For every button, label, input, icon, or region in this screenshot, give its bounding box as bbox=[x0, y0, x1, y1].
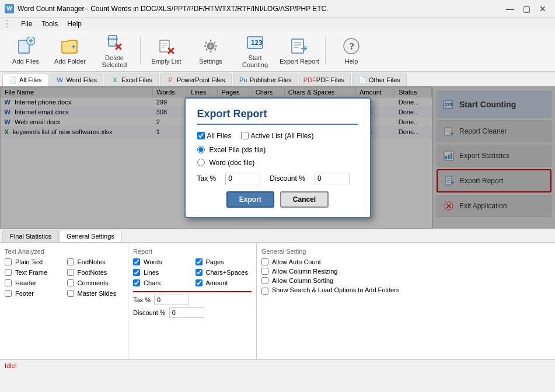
tab-word-files[interactable]: W Word Files bbox=[50, 74, 103, 86]
allow-auto-count-checkbox[interactable] bbox=[261, 258, 268, 265]
tab-other-files[interactable]: 📄 Other Files bbox=[352, 74, 407, 86]
tab-general-settings[interactable]: General Settings bbox=[59, 230, 122, 242]
menu-file[interactable]: File bbox=[16, 19, 37, 29]
modal-cancel-button[interactable]: Cancel bbox=[280, 191, 329, 208]
comments-label[interactable]: Comments bbox=[67, 279, 124, 286]
chars-report-label[interactable]: Chars bbox=[133, 279, 190, 286]
chars-report-checkbox[interactable] bbox=[133, 279, 140, 286]
general-setting-title: General Setting bbox=[261, 248, 550, 255]
show-search-checkbox[interactable] bbox=[261, 288, 268, 295]
word-label: Word (doc file) bbox=[210, 159, 255, 167]
add-files-label: Add Files bbox=[12, 58, 39, 65]
discount-input[interactable] bbox=[315, 173, 350, 184]
maximize-button[interactable]: ▢ bbox=[519, 3, 534, 15]
settings-button[interactable]: Settings bbox=[190, 32, 232, 69]
discount-panel-input[interactable] bbox=[169, 307, 204, 318]
export-report-toolbar-label: Export Report bbox=[280, 58, 319, 65]
tax-label: Tax % bbox=[197, 174, 217, 183]
export-report-modal: Export Report All Files Active List (All… bbox=[184, 97, 371, 218]
amount-report-label[interactable]: Amount bbox=[196, 279, 252, 286]
master-slides-checkbox[interactable] bbox=[67, 290, 74, 297]
excel-radio[interactable] bbox=[197, 146, 205, 153]
lines-report-label[interactable]: Lines bbox=[133, 269, 190, 276]
empty-list-label: Empty List bbox=[151, 58, 181, 65]
master-slides-label[interactable]: Master Slides bbox=[67, 290, 124, 297]
help-icon: ? bbox=[342, 37, 361, 55]
chars-spaces-report-checkbox[interactable] bbox=[196, 269, 203, 276]
tax-input[interactable] bbox=[225, 173, 260, 184]
footer-label[interactable]: Footer bbox=[5, 290, 61, 297]
chars-spaces-report-label[interactable]: Chars+Spaces bbox=[196, 269, 252, 276]
tab-all-files[interactable]: 📄 All Files bbox=[2, 74, 48, 86]
words-report-checkbox[interactable] bbox=[133, 258, 140, 265]
header-label[interactable]: Header bbox=[5, 279, 61, 286]
tab-other-files-label: Other Files bbox=[369, 76, 400, 83]
tab-powerpoint-files[interactable]: P PowerPoint Files bbox=[160, 74, 232, 86]
menu-tools[interactable]: Tools bbox=[37, 19, 62, 29]
allow-column-sorting-label[interactable]: Allow Column Sorting bbox=[261, 277, 550, 284]
plain-text-checkbox[interactable] bbox=[5, 258, 12, 265]
modal-checkbox-row: All Files Active List (All Files) bbox=[197, 132, 358, 140]
header-checkbox[interactable] bbox=[5, 279, 12, 286]
all-files-tab-icon: 📄 bbox=[9, 76, 17, 84]
tab-excel-files[interactable]: X Excel Files bbox=[104, 74, 159, 86]
footnotes-label[interactable]: FootNotes bbox=[67, 269, 124, 276]
show-search-label[interactable]: Show Search & Load Options to Add Folder… bbox=[261, 286, 550, 295]
tab-powerpoint-files-label: PowerPoint Files bbox=[177, 76, 225, 83]
active-list-label[interactable]: Active List (All Files) bbox=[241, 132, 314, 140]
all-files-label[interactable]: All Files bbox=[197, 132, 232, 140]
empty-list-button[interactable]: Empty List bbox=[145, 32, 187, 69]
delete-selected-button[interactable]: Delete Selected bbox=[93, 32, 135, 69]
word-radio[interactable] bbox=[197, 159, 205, 166]
tab-publisher-files[interactable]: Pu Publisher Files bbox=[233, 74, 298, 86]
help-label: Help bbox=[345, 58, 358, 65]
endnotes-label[interactable]: EndNotes bbox=[67, 258, 124, 265]
active-list-checkbox[interactable] bbox=[241, 132, 249, 139]
allow-column-resizing-label[interactable]: Allow Column Resizing bbox=[261, 268, 550, 275]
modal-export-button[interactable]: Export bbox=[226, 191, 274, 208]
footnotes-checkbox[interactable] bbox=[67, 269, 74, 276]
lines-report-checkbox[interactable] bbox=[133, 269, 140, 276]
tab-pdf-files[interactable]: PDF PDF Files bbox=[299, 74, 351, 86]
menu-dots: ⋮ bbox=[2, 18, 12, 29]
pages-report-label[interactable]: Pages bbox=[196, 258, 252, 265]
main-content: File Name Words Lines Pages Chars Chars … bbox=[0, 86, 555, 229]
add-files-button[interactable]: Add Files bbox=[5, 32, 47, 69]
modal-title: Export Report bbox=[197, 108, 358, 125]
text-frame-label[interactable]: Text Frame bbox=[5, 269, 61, 276]
allow-column-sorting-checkbox[interactable] bbox=[261, 277, 268, 284]
comments-checkbox[interactable] bbox=[67, 279, 74, 286]
status-bar: Idle! bbox=[0, 359, 555, 371]
pages-report-checkbox[interactable] bbox=[196, 258, 203, 265]
tab-all-files-label: All Files bbox=[19, 76, 42, 83]
all-files-checkbox[interactable] bbox=[197, 132, 205, 139]
help-button[interactable]: ? Help bbox=[330, 32, 372, 69]
modal-overlay: Export Report All Files Active List (All… bbox=[0, 86, 555, 229]
excel-radio-row: Excel File (xls file) bbox=[197, 146, 358, 154]
export-report-toolbar-button[interactable]: Export Report bbox=[278, 32, 320, 69]
tab-final-statistics[interactable]: Final Statistics bbox=[2, 230, 59, 242]
menu-help[interactable]: Help bbox=[62, 19, 86, 29]
allow-auto-count-label[interactable]: Allow Auto Count bbox=[261, 258, 550, 265]
footer-checkbox[interactable] bbox=[5, 290, 12, 297]
powerpoint-files-tab-icon: P bbox=[166, 76, 174, 84]
red-line bbox=[133, 291, 252, 292]
tax-panel-input[interactable] bbox=[154, 295, 189, 305]
add-files-icon bbox=[16, 37, 35, 55]
app-title: Word Count Manager - Count Words in DOC/… bbox=[18, 5, 502, 13]
start-counting-button[interactable]: 123 Start Counting bbox=[234, 32, 276, 69]
allow-column-resizing-checkbox[interactable] bbox=[261, 268, 268, 275]
plain-text-label[interactable]: Plain Text bbox=[5, 258, 61, 265]
status-text: Idle! bbox=[5, 362, 17, 369]
publisher-files-tab-icon: Pu bbox=[239, 76, 247, 84]
minimize-button[interactable]: — bbox=[502, 3, 518, 15]
svg-rect-12 bbox=[160, 40, 169, 52]
endnotes-checkbox[interactable] bbox=[67, 258, 74, 265]
close-button[interactable]: ✕ bbox=[535, 3, 550, 15]
add-folder-button[interactable]: Add Folder bbox=[49, 32, 91, 69]
modal-buttons: Export Cancel bbox=[197, 191, 358, 208]
amount-report-checkbox[interactable] bbox=[196, 279, 203, 286]
add-folder-icon bbox=[61, 37, 79, 55]
words-report-label[interactable]: Words bbox=[133, 258, 190, 265]
text-frame-checkbox[interactable] bbox=[5, 269, 12, 276]
